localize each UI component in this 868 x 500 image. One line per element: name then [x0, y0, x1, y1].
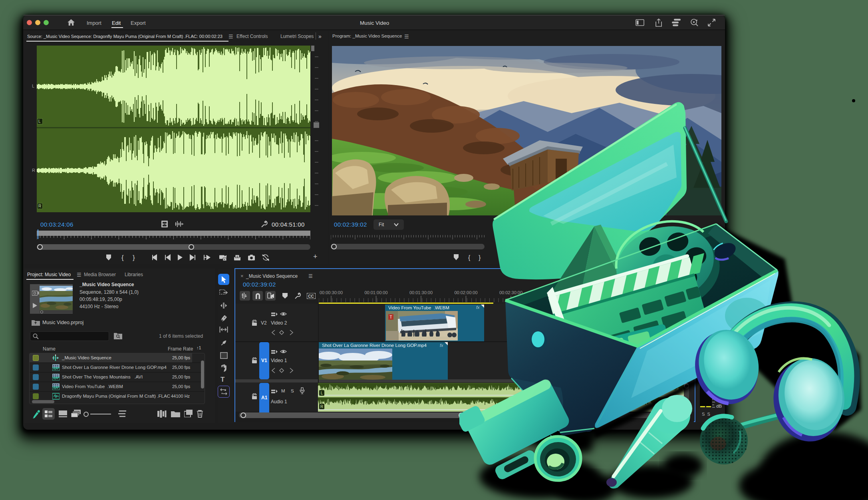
- svg-text:T: T: [389, 315, 392, 319]
- svg-text:CC: CC: [308, 294, 314, 299]
- svg-text:00:00:30:00: 00:00:30:00: [320, 290, 343, 295]
- svg-text:R: R: [320, 404, 323, 409]
- svg-text:L: L: [321, 391, 323, 395]
- svg-text:}: }: [133, 254, 135, 261]
- svg-text:00:01:00:00: 00:01:00:00: [364, 290, 387, 295]
- svg-text:00:01:30:00: 00:01:30:00: [409, 290, 433, 295]
- svg-text:{: {: [121, 254, 124, 261]
